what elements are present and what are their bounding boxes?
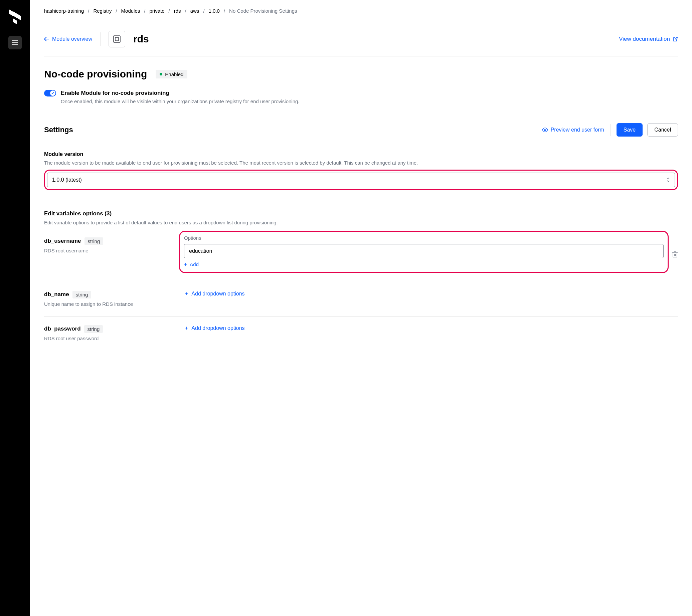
check-icon bbox=[51, 92, 54, 94]
save-button[interactable]: Save bbox=[617, 123, 643, 136]
status-text: Enabled bbox=[165, 71, 183, 77]
breadcrumb-item[interactable]: 1.0.0 bbox=[209, 8, 220, 14]
select-value: 1.0.0 (latest) bbox=[52, 177, 82, 183]
variable-name: db_name bbox=[44, 291, 69, 298]
divider bbox=[100, 32, 101, 46]
hamburger-menu-button[interactable] bbox=[8, 36, 22, 49]
variable-desc: Unique name to assign to RDS instance bbox=[44, 301, 171, 308]
add-dropdown-options-link[interactable]: + Add dropdown options bbox=[179, 291, 245, 297]
breadcrumb-item[interactable]: Registry bbox=[93, 8, 111, 14]
external-link-icon bbox=[673, 37, 678, 42]
svg-rect-3 bbox=[113, 36, 120, 42]
option-value-input[interactable] bbox=[184, 244, 664, 258]
page-header: Module overview rds View documentation bbox=[30, 22, 692, 56]
variable-desc: RDS root username bbox=[44, 247, 171, 254]
page-title: No-code provisioning bbox=[44, 68, 147, 80]
variable-row: db_name string Unique name to assign to … bbox=[44, 282, 678, 316]
breadcrumb-sep: / bbox=[224, 8, 225, 14]
module-version-label: Module version bbox=[44, 151, 678, 157]
trash-icon bbox=[672, 251, 678, 258]
main-content: hashicorp-training/ Registry/ Modules/ p… bbox=[30, 0, 692, 616]
module-version-help: The module version to be made available … bbox=[44, 159, 678, 167]
module-version-field: Module version The module version to be … bbox=[44, 145, 678, 193]
divider bbox=[610, 124, 610, 136]
sidebar bbox=[0, 0, 30, 616]
plus-icon: + bbox=[184, 261, 187, 267]
add-dd-label: Add dropdown options bbox=[191, 291, 244, 297]
type-badge: string bbox=[85, 237, 104, 245]
enable-nocode-toggle[interactable] bbox=[44, 90, 56, 96]
variable-desc: RDS root user password bbox=[44, 335, 171, 342]
status-badge: Enabled bbox=[156, 70, 187, 79]
highlight-box: Options + Add bbox=[179, 231, 669, 273]
cancel-button[interactable]: Cancel bbox=[647, 123, 678, 136]
variable-name: db_password bbox=[44, 326, 81, 332]
settings-title: Settings bbox=[44, 126, 542, 134]
variables-label: Edit variables options (3) bbox=[44, 210, 678, 217]
toggle-description: Once enabled, this module will be visibl… bbox=[61, 98, 300, 104]
delete-option-button[interactable] bbox=[672, 251, 678, 259]
module-icon bbox=[109, 31, 125, 47]
variable-name: db_username bbox=[44, 238, 81, 244]
preview-form-link[interactable]: Preview end user form bbox=[542, 127, 604, 133]
breadcrumb-sep: / bbox=[185, 8, 186, 14]
module-version-select[interactable]: 1.0.0 (latest) bbox=[47, 173, 675, 187]
options-label: Options bbox=[184, 235, 664, 241]
terraform-logo-icon bbox=[8, 9, 22, 24]
chevron-up-down-icon bbox=[667, 178, 670, 182]
breadcrumb-sep: / bbox=[144, 8, 145, 14]
add-option-link[interactable]: + Add bbox=[184, 261, 664, 267]
breadcrumb-item[interactable]: aws bbox=[190, 8, 199, 14]
breadcrumb-item[interactable]: private bbox=[149, 8, 164, 14]
settings-header: Settings Preview end user form Save Canc… bbox=[44, 113, 678, 145]
status-dot-icon bbox=[160, 73, 162, 75]
variable-row: db_password string RDS root user passwor… bbox=[44, 316, 678, 351]
add-label: Add bbox=[190, 261, 199, 267]
type-badge: string bbox=[72, 291, 91, 299]
view-docs-label: View documentation bbox=[619, 36, 670, 42]
type-badge: string bbox=[84, 325, 103, 333]
module-overview-back-link[interactable]: Module overview bbox=[44, 36, 92, 42]
breadcrumb-item[interactable]: Modules bbox=[121, 8, 140, 14]
preview-label: Preview end user form bbox=[551, 127, 604, 133]
breadcrumb-sep: / bbox=[203, 8, 204, 14]
title-row: No-code provisioning Enabled bbox=[44, 57, 678, 86]
svg-point-5 bbox=[544, 129, 546, 131]
variable-row: db_username string RDS root username Opt… bbox=[44, 229, 678, 282]
variables-section: Edit variables options (3) Edit variable… bbox=[44, 193, 678, 229]
plus-icon: + bbox=[185, 325, 188, 331]
add-dropdown-options-link[interactable]: + Add dropdown options bbox=[179, 325, 245, 331]
breadcrumb-item[interactable]: hashicorp-training bbox=[44, 8, 84, 14]
breadcrumb-sep: / bbox=[169, 8, 170, 14]
back-link-label: Module overview bbox=[52, 36, 92, 42]
svg-rect-4 bbox=[115, 37, 118, 41]
breadcrumb-sep: / bbox=[88, 8, 89, 14]
breadcrumb: hashicorp-training/ Registry/ Modules/ p… bbox=[30, 0, 692, 22]
arrow-left-icon bbox=[44, 37, 49, 41]
breadcrumb-item[interactable]: rds bbox=[174, 8, 181, 14]
view-documentation-link[interactable]: View documentation bbox=[619, 36, 678, 42]
enable-toggle-row: Enable Module for no-code provisioning O… bbox=[44, 86, 678, 113]
module-name: rds bbox=[133, 34, 149, 45]
eye-icon bbox=[542, 128, 548, 132]
toggle-label: Enable Module for no-code provisioning bbox=[61, 90, 300, 96]
plus-icon: + bbox=[185, 291, 188, 297]
highlight-box: 1.0.0 (latest) bbox=[44, 170, 678, 190]
variables-help: Edit variable options to provide a list … bbox=[44, 220, 678, 225]
breadcrumb-current: No Code Provisioning Settings bbox=[229, 8, 297, 14]
add-dd-label: Add dropdown options bbox=[191, 325, 244, 331]
breadcrumb-sep: / bbox=[115, 8, 117, 14]
